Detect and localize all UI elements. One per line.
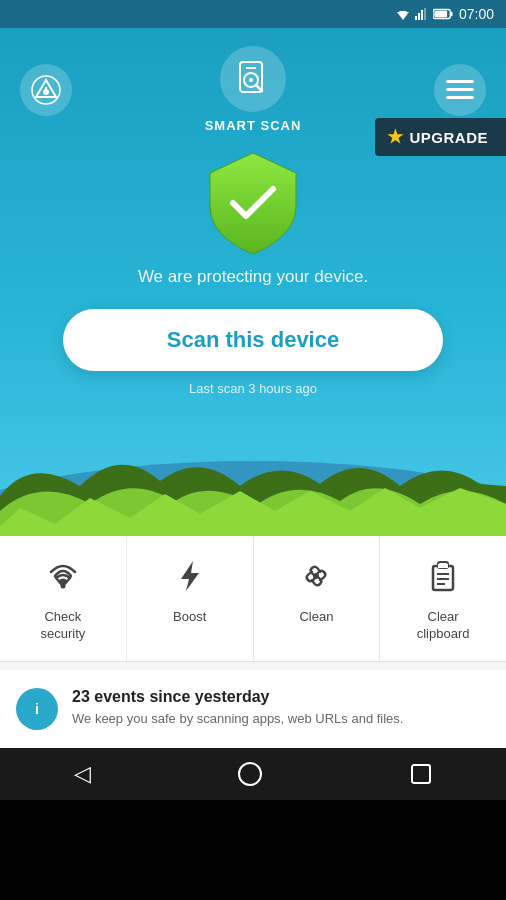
events-info-icon: i bbox=[16, 688, 58, 730]
upgrade-star-icon: ★ bbox=[387, 126, 404, 148]
info-icon: i bbox=[26, 698, 48, 720]
status-bar: 07:00 bbox=[0, 0, 506, 28]
svg-point-23 bbox=[313, 573, 319, 579]
svg-rect-7 bbox=[450, 12, 452, 17]
svg-rect-18 bbox=[446, 88, 474, 91]
bottom-area: Checksecurity Boost bbox=[0, 536, 506, 748]
shield-area: We are protecting your device. Scan this… bbox=[0, 141, 506, 416]
scan-device-icon bbox=[236, 60, 270, 98]
wifi-status-icon bbox=[395, 8, 411, 20]
action-boost[interactable]: Boost bbox=[127, 536, 254, 661]
svg-rect-8 bbox=[434, 11, 447, 17]
protecting-text: We are protecting your device. bbox=[138, 267, 368, 287]
svg-text:i: i bbox=[35, 701, 39, 717]
scan-button[interactable]: Scan this device bbox=[63, 309, 443, 371]
clean-label: Clean bbox=[299, 609, 333, 626]
recent-square-icon bbox=[410, 763, 432, 785]
home-circle-icon bbox=[238, 762, 262, 786]
events-description: We keep you safe by scanning apps, web U… bbox=[72, 710, 403, 728]
menu-button[interactable] bbox=[434, 64, 486, 116]
wifi-icon bbox=[45, 558, 81, 594]
svg-rect-19 bbox=[446, 96, 474, 99]
svg-rect-5 bbox=[424, 8, 426, 20]
svg-rect-26 bbox=[438, 564, 448, 568]
avast-icon bbox=[31, 75, 61, 105]
events-text: 23 events since yesterday We keep you sa… bbox=[72, 688, 403, 728]
clear-clipboard-label: Clearclipboard bbox=[417, 609, 470, 643]
hills-svg bbox=[0, 436, 506, 536]
boost-icon bbox=[172, 558, 208, 594]
svg-rect-2 bbox=[415, 16, 417, 20]
smart-scan-icon-circle[interactable] bbox=[220, 46, 286, 112]
smart-scan-label: SMART SCAN bbox=[205, 118, 302, 133]
svg-rect-3 bbox=[418, 13, 420, 20]
events-count: 23 events since yesterday bbox=[72, 688, 403, 706]
smart-scan-nav[interactable]: SMART SCAN bbox=[205, 46, 302, 133]
back-button[interactable]: ◁ bbox=[74, 761, 91, 787]
protection-shield bbox=[208, 151, 298, 256]
boost-label: Boost bbox=[173, 609, 206, 626]
last-scan-text: Last scan 3 hours ago bbox=[189, 381, 317, 396]
bottom-nav: ◁ bbox=[0, 748, 506, 800]
status-time: 07:00 bbox=[459, 6, 494, 22]
upgrade-button[interactable]: ★ UPGRADE bbox=[375, 118, 506, 156]
upgrade-label: UPGRADE bbox=[409, 129, 488, 146]
battery-icon bbox=[433, 8, 453, 20]
svg-rect-4 bbox=[421, 10, 423, 20]
action-check-security[interactable]: Checksecurity bbox=[0, 536, 127, 661]
svg-point-32 bbox=[239, 763, 261, 785]
landscape bbox=[0, 436, 506, 536]
signal-icon bbox=[415, 8, 429, 20]
status-icons bbox=[395, 8, 453, 20]
svg-rect-33 bbox=[412, 765, 430, 783]
shield-icon bbox=[208, 151, 298, 251]
action-clean[interactable]: Clean bbox=[254, 536, 381, 661]
check-security-label: Checksecurity bbox=[40, 609, 85, 643]
menu-icon bbox=[446, 80, 474, 100]
events-card[interactable]: i 23 events since yesterday We keep you … bbox=[0, 670, 506, 748]
quick-actions: Checksecurity Boost bbox=[0, 536, 506, 662]
avast-logo-button[interactable] bbox=[20, 64, 72, 116]
action-clear-clipboard[interactable]: Clearclipboard bbox=[380, 536, 506, 661]
svg-point-16 bbox=[249, 78, 253, 82]
recent-button[interactable] bbox=[410, 763, 432, 785]
main-area: SMART SCAN ★ UPGRADE bbox=[0, 28, 506, 536]
home-button[interactable] bbox=[238, 762, 262, 786]
clean-icon bbox=[298, 558, 334, 594]
svg-point-21 bbox=[60, 584, 65, 589]
svg-marker-22 bbox=[181, 561, 199, 591]
svg-rect-17 bbox=[446, 80, 474, 83]
clipboard-icon bbox=[425, 558, 461, 594]
